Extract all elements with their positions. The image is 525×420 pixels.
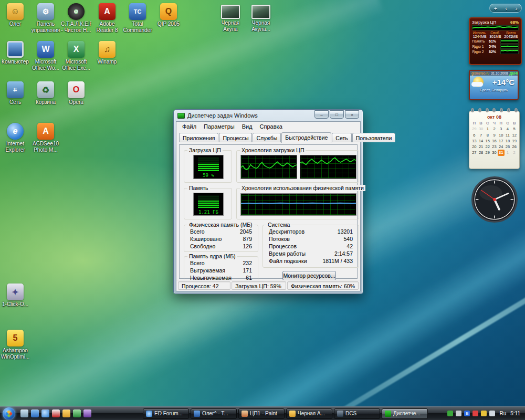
desktop-icon-stalker[interactable]: S С.Т.А.Л.К.Е.Р - Чистое Н... xyxy=(61,3,91,33)
maximize-button[interactable]: □ xyxy=(330,110,344,119)
minimize-button[interactable]: – xyxy=(314,110,329,119)
menu-file[interactable]: Файл xyxy=(178,123,200,130)
icon-glyph: ⌗ xyxy=(14,86,17,93)
calendar-day: 30 xyxy=(491,150,498,155)
taskbar-button-label: DCS xyxy=(345,411,356,416)
weather-gadget[interactable]: gismeteo.ru 31.10.2008 ДЕНЬ +14°C Брест,… xyxy=(469,70,519,100)
folder-quicklaunch-icon[interactable] xyxy=(62,410,70,417)
desktop-icon-label: Ashampoo WinOptimi... xyxy=(0,348,30,360)
stat-label: Выгружаемая xyxy=(190,267,225,274)
cpu-meter-gadget[interactable]: Загрузка ЦП 68% Исполь. Своб. Всего 1244… xyxy=(469,17,522,65)
taskbar-button-paint[interactable]: ЦП1 - Paint xyxy=(238,408,285,419)
calendar-day: 7 xyxy=(478,132,485,138)
prev-page-button[interactable]: ‹ xyxy=(506,5,508,12)
start-button[interactable] xyxy=(3,407,15,420)
gadget-mem-label: Исполь. xyxy=(472,31,487,35)
internet-explorer-quicklaunch-icon[interactable] xyxy=(41,410,49,417)
desktop-icon-acdsee[interactable]: A ACDSee10 Photo M... xyxy=(30,123,61,153)
desktop-icon-excel[interactable]: X Microsoft Office Exc... xyxy=(61,41,91,71)
stat-label: Дескрипторов xyxy=(269,228,304,235)
bluetooth-tray-icon[interactable]: B xyxy=(464,411,470,416)
desktop-icon-total-commander[interactable]: TC Total Commander xyxy=(122,3,153,33)
taskbar-button-dcs[interactable]: DCS xyxy=(334,408,380,419)
icon-glyph: O xyxy=(73,85,79,94)
computer-icon xyxy=(7,41,24,58)
taskbar-button-label: Олег^ - T... xyxy=(202,411,228,416)
taskbar-button-black-shark[interactable]: Черная А... xyxy=(286,408,332,419)
opera-quicklaunch-icon[interactable] xyxy=(52,410,60,417)
desktop-icon-winamp[interactable]: ♫ Winamp xyxy=(92,41,122,65)
tab-users[interactable]: Пользователи xyxy=(352,133,396,142)
calendar-day: 30 xyxy=(478,126,485,132)
show-desktop-icon[interactable] xyxy=(20,410,28,417)
folder-icon xyxy=(289,411,296,417)
cpu-usage-meter: 59 % xyxy=(193,155,224,179)
menu-view[interactable]: Вид xyxy=(238,123,256,130)
gadget-row-value: 61% xyxy=(489,39,499,43)
next-page-button[interactable]: › xyxy=(516,5,518,12)
tools-quicklaunch-icon[interactable] xyxy=(83,410,91,417)
volume-tray-icon[interactable] xyxy=(489,411,495,416)
calendar-day: 5 xyxy=(511,126,518,132)
sidebar-controls: + ‹ › xyxy=(489,4,522,13)
calendar-paper: окт 08 ПВСЧПСВ29301234567891011121314151… xyxy=(469,111,520,169)
recycle-bin-icon: ♻ xyxy=(37,81,54,98)
total-commander-icon: TC xyxy=(129,3,146,20)
desktop-icon-one-click[interactable]: ✦ 1-Click-O... xyxy=(0,284,30,308)
desktop-icon-word[interactable]: W Microsoft Office Wo... xyxy=(30,41,61,71)
nvidia-tray-icon[interactable] xyxy=(447,411,453,416)
desktop-icon-internet-explorer[interactable]: e Internet Explorer xyxy=(0,123,30,153)
resource-monitor-button[interactable]: Монитор ресурсов... xyxy=(282,271,336,280)
window-titlebar[interactable]: Диспетчер задач Windows – □ × xyxy=(174,110,363,121)
messenger-tray-icon[interactable] xyxy=(481,411,487,416)
calendar-day: 17 xyxy=(498,138,505,144)
taskbar-clock[interactable]: 5:11 xyxy=(510,411,520,416)
tab-networking[interactable]: Сеть xyxy=(332,133,351,142)
taskbar: ED Forum... Олег^ - T... ЦП1 - Paint Чер… xyxy=(0,406,525,420)
desktop-icon-label: Microsoft Office Exc... xyxy=(61,59,91,71)
taskbar-button-label: Диспетче... xyxy=(393,411,421,416)
menu-bar: Файл Параметры Вид Справка xyxy=(176,122,360,131)
taskbar-button-oleg[interactable]: Олег^ - T... xyxy=(191,408,237,419)
taskbar-button-task-manager[interactable]: Диспетче... xyxy=(382,408,428,419)
menu-help[interactable]: Справка xyxy=(256,123,286,130)
icon-glyph: ✦ xyxy=(12,287,18,297)
close-button[interactable]: × xyxy=(345,110,359,119)
weather-temperature: +14°C xyxy=(492,78,514,87)
calendar-gadget[interactable]: окт 08 ПВСЧПСВ29301234567891011121314151… xyxy=(469,108,520,169)
calendar-day: 25 xyxy=(505,144,511,150)
desktop-icon-ashampoo[interactable]: 5 Ashampoo WinOptimi... xyxy=(0,330,30,360)
tab-services[interactable]: Службы xyxy=(253,133,281,142)
tab-processes[interactable]: Процессы xyxy=(219,133,252,142)
calendar-day: 11 xyxy=(505,132,511,138)
desktop-icon-recycle-bin[interactable]: ♻ Корзина xyxy=(30,81,61,106)
desktop-icon-opera[interactable]: O Opera xyxy=(61,81,91,106)
status-memory: Физическая память: 60% xyxy=(287,281,359,290)
antivirus-tray-icon[interactable] xyxy=(472,411,478,416)
calendar-day: 2 xyxy=(491,126,498,132)
desktop-icon-adobe-reader[interactable]: A Adobe Reader 8 xyxy=(92,3,122,33)
desktop-icon-black-shark[interactable]: Черная Акула xyxy=(215,3,246,32)
gadget-row-value: 82% xyxy=(489,50,499,54)
icon-glyph: ♻ xyxy=(42,85,49,95)
taskbar-button-ed-forum[interactable]: ED Forum... xyxy=(143,408,189,419)
task-manager-icon xyxy=(385,411,391,417)
desktop-icon-control-panel[interactable]: ⚙ Панель управления xyxy=(30,3,61,33)
calendar-day: 3 xyxy=(498,126,505,132)
clock-gadget[interactable] xyxy=(471,176,518,223)
desktop-icon-network[interactable]: ⌗ Сеть xyxy=(0,81,30,106)
window-switcher-icon[interactable] xyxy=(31,410,39,417)
tab-applications[interactable]: Приложения xyxy=(179,133,218,142)
stat-value: 879 xyxy=(243,236,252,242)
desktop-icon-black-shark-2[interactable]: Черная Акула... xyxy=(246,3,276,32)
add-gadget-button[interactable]: + xyxy=(494,5,497,12)
menu-options[interactable]: Параметры xyxy=(200,123,238,130)
desktop-icon-qip[interactable]: Q QIP 2005 xyxy=(153,3,184,27)
power-tray-icon[interactable] xyxy=(456,411,461,416)
calendar-day: 2 xyxy=(511,150,518,155)
media-quicklaunch-icon[interactable] xyxy=(73,410,81,417)
language-indicator[interactable]: Ru xyxy=(498,411,508,416)
tab-performance[interactable]: Быстродействие xyxy=(281,132,331,143)
desktop-icon-computer[interactable]: Компьютер xyxy=(0,41,30,65)
desktop-icon-user-folder[interactable]: ☺ Олег xyxy=(0,3,30,27)
